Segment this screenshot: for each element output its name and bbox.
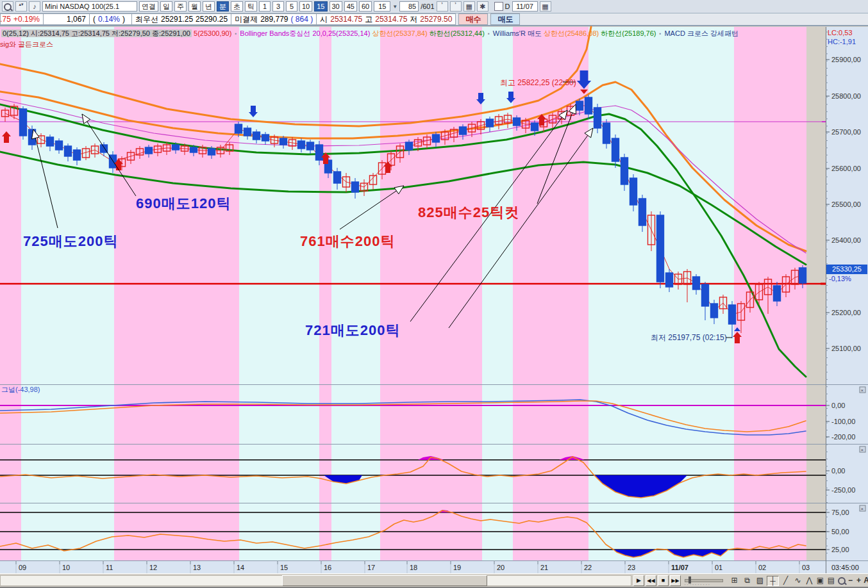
candle-body: [244, 128, 251, 136]
wave-tool-icon[interactable]: ∿: [792, 576, 804, 586]
candle-body: [262, 135, 269, 141]
candle-body: [146, 147, 153, 154]
forward-button[interactable]: ▶▶: [670, 575, 681, 586]
candle-body: [65, 146, 72, 156]
candle-body: [20, 109, 27, 136]
candle-body: [603, 123, 610, 143]
trade-note: 690매도120틱: [136, 194, 231, 213]
time-label: 11: [106, 564, 113, 571]
candle-body: [307, 142, 314, 150]
font-size-button[interactable]: A: [860, 576, 868, 586]
session-stripe: [482, 27, 513, 560]
macd-signal-readout: 그널(-43,98): [1, 385, 40, 395]
time-label: 23: [628, 564, 635, 571]
time-label: 18: [410, 564, 417, 571]
ma5-readout: 5(25300,90): [194, 29, 231, 37]
session-stripe: [114, 27, 239, 560]
candle-body: [729, 305, 736, 324]
rewind-button[interactable]: ◀◀: [646, 575, 656, 586]
time-label: 10: [62, 564, 70, 571]
time-label: 09: [19, 564, 26, 571]
bollinger-center-label: Bollinger Bands중심선 20,0,25(25325,14): [240, 29, 370, 37]
panel-close-x: ×: [861, 447, 864, 453]
oscillator-tick-label: 0,00: [831, 467, 845, 475]
candle-body: [190, 147, 197, 152]
candle-body: [280, 138, 287, 145]
candle-body: [253, 132, 260, 140]
indicator-box-icon: ▪: [487, 31, 491, 37]
candle-body: [693, 277, 700, 290]
play-button[interactable]: ▶: [633, 575, 644, 586]
macd-tick-label: 0,00: [831, 402, 845, 409]
price-tick-label: 25900,00: [831, 56, 861, 63]
time-label: 19: [453, 564, 461, 571]
candle-body: [47, 137, 54, 146]
crosshair-tool-icon[interactable]: ┼: [767, 576, 779, 586]
oscillator-tick-label: -250,00: [831, 486, 855, 494]
indicator-box-icon: ▪: [658, 31, 663, 37]
end-time-label: 03:45:00: [831, 564, 859, 571]
time-label: 20: [497, 564, 505, 571]
lc-value: LC:0,53: [828, 28, 856, 37]
williams-tick-label: 75,00: [831, 509, 849, 516]
time-label: 01: [715, 564, 722, 571]
hc-value: HC:-1,91: [828, 37, 856, 46]
signal-crossover-label: sig와 골든크로스: [0, 40, 53, 49]
candle-body: [74, 150, 81, 160]
macd-tick-label: -200,00: [831, 433, 855, 441]
window-add-icon[interactable]: ⊞: [728, 576, 740, 586]
bollinger-upper-label: 상한선(25337,84): [372, 29, 427, 37]
williams-label: Williams'R 매도: [493, 29, 542, 37]
price-tick-label: 25500,00: [831, 200, 861, 208]
stop-button[interactable]: ■: [658, 575, 669, 586]
candle-body: [774, 286, 781, 301]
candle-body: [172, 145, 179, 150]
chart-canvas: 25900,0025800,0025700,0025600,0025500,00…: [0, 0, 868, 588]
macd-label: MACD 크로스 강세패턴: [664, 29, 739, 37]
candle-body: [585, 97, 592, 114]
time-label: 15: [280, 564, 288, 571]
time-label: 16: [324, 564, 331, 571]
current-change-pct: -0,13%: [829, 275, 851, 282]
williams-tick-label: 25,00: [831, 546, 849, 553]
candle-body: [406, 142, 413, 150]
time-label: 11/07: [671, 564, 689, 571]
extreme-price-note: 최고 25822,25 (22:30): [500, 78, 576, 88]
time-label: 14: [237, 564, 244, 571]
bottom-toolbar: ▶ ◀◀ ■ ▶▶ '''''''''' ⊞ ⧉ ▨ ┼ ╱ ∿ ⋀ ▣ ▤ −…: [0, 573, 868, 587]
candle-body: [594, 108, 601, 128]
candle-body: [531, 123, 538, 131]
williams-lower-label: 하한선(25189,76): [601, 29, 656, 37]
candle-body: [657, 215, 664, 282]
time-label: 13: [193, 564, 201, 571]
indicator-box-icon: ▪: [233, 31, 238, 37]
candle-body: [433, 135, 440, 142]
panel-close-x: ×: [861, 388, 864, 393]
hscrollbar-thumb[interactable]: [282, 575, 487, 586]
chart-region-icon[interactable]: ▨: [754, 576, 766, 586]
price-tick-label: 25100,00: [831, 345, 861, 352]
window-cascade-icon[interactable]: ⧉: [741, 576, 753, 586]
candle-body: [334, 172, 341, 183]
bollinger-lower-label: 하한선(25312,44): [430, 29, 485, 37]
candle-body: [487, 119, 494, 127]
lc-hc-readout: LC:0,53 HC:-1,91: [828, 28, 856, 46]
time-label: 17: [367, 564, 375, 571]
candle-body: [702, 284, 709, 306]
slider-ticks: '''''''''': [685, 584, 723, 586]
time-label: 03: [802, 564, 810, 571]
time-label: 02: [758, 564, 766, 571]
trendline-tool-icon[interactable]: ╱: [780, 576, 792, 586]
candle-body: [639, 199, 646, 225]
speed-slider-thumb[interactable]: [689, 576, 691, 584]
price-tick-label: 25600,00: [831, 165, 861, 172]
candle-body: [235, 124, 242, 133]
chart-indicator-header: 0(25,12) 시:25314,75 고:25314,75 저:25279,5…: [1, 29, 739, 38]
session-stripe: [734, 27, 806, 560]
candle-body: [56, 141, 63, 150]
candle-body: [711, 304, 718, 318]
trade-note: 761매수200틱: [300, 232, 395, 251]
candle-body: [513, 118, 521, 126]
trade-note: 721매도200틱: [305, 321, 400, 340]
candle-body: [612, 138, 619, 161]
